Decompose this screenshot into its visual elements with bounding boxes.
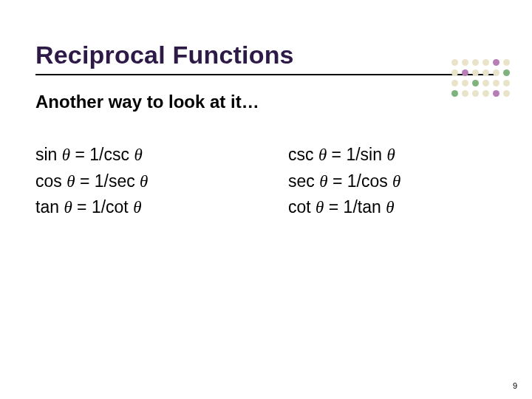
eq-text: tan bbox=[35, 197, 64, 216]
dot bbox=[462, 80, 468, 86]
dot bbox=[472, 69, 479, 76]
left-column: sin θ = 1/csc θ cos θ = 1/sec θ tan θ = … bbox=[35, 142, 244, 221]
right-column: csc θ = 1/sin θ sec θ = 1/cos θ cot θ = … bbox=[288, 142, 497, 221]
equation-sin: sin θ = 1/csc θ bbox=[35, 142, 244, 168]
dot bbox=[462, 90, 468, 97]
theta: θ bbox=[386, 146, 395, 164]
equations-columns: sin θ = 1/csc θ cos θ = 1/sec θ tan θ = … bbox=[35, 142, 497, 221]
dot bbox=[493, 90, 499, 97]
equation-csc: csc θ = 1/sin θ bbox=[288, 142, 497, 168]
dot bbox=[503, 69, 510, 76]
title-rule bbox=[35, 74, 497, 75]
dot bbox=[462, 59, 468, 66]
eq-text: csc bbox=[288, 145, 318, 164]
eq-text: = 1/cot bbox=[72, 197, 133, 216]
dot bbox=[503, 80, 510, 86]
dot bbox=[503, 59, 510, 66]
dot bbox=[451, 90, 458, 97]
slide: Reciprocal Functions Another way to look… bbox=[0, 0, 532, 399]
equation-sec: sec θ = 1/cos θ bbox=[288, 168, 497, 195]
theta: θ bbox=[133, 198, 141, 216]
dot bbox=[482, 69, 489, 76]
dot bbox=[503, 90, 510, 97]
eq-text: cot bbox=[288, 197, 316, 216]
eq-text: = 1/sec bbox=[75, 171, 140, 191]
page-number: 9 bbox=[513, 381, 517, 390]
dot bbox=[472, 90, 479, 97]
slide-title: Reciprocal Functions bbox=[35, 41, 497, 69]
theta: θ bbox=[319, 172, 327, 191]
decorative-dots bbox=[451, 59, 510, 100]
eq-text: = 1/tan bbox=[324, 197, 386, 216]
eq-text: cos bbox=[35, 171, 66, 191]
theta: θ bbox=[392, 172, 400, 191]
theta: θ bbox=[134, 146, 142, 164]
dot bbox=[472, 59, 479, 66]
dot bbox=[482, 80, 489, 86]
dot bbox=[451, 69, 458, 76]
slide-subtitle: Another way to look at it… bbox=[35, 92, 497, 112]
dot bbox=[493, 69, 499, 76]
eq-text: = 1/sin bbox=[327, 145, 386, 164]
dot bbox=[482, 59, 489, 66]
equation-cot: cot θ = 1/tan θ bbox=[288, 194, 497, 221]
dot bbox=[472, 80, 479, 86]
dot bbox=[482, 90, 489, 97]
eq-text: = 1/cos bbox=[328, 171, 393, 191]
equation-cos: cos θ = 1/sec θ bbox=[35, 168, 244, 195]
theta: θ bbox=[66, 172, 75, 191]
dot bbox=[493, 80, 499, 86]
equation-tan: tan θ = 1/cot θ bbox=[35, 194, 244, 221]
dot bbox=[451, 59, 458, 66]
dot bbox=[462, 69, 468, 76]
theta: θ bbox=[64, 198, 72, 216]
eq-text: sin bbox=[35, 145, 62, 164]
eq-text: sec bbox=[288, 171, 319, 191]
dot bbox=[451, 80, 458, 86]
theta: θ bbox=[316, 198, 324, 216]
dot bbox=[493, 59, 499, 66]
theta: θ bbox=[62, 146, 70, 164]
theta: θ bbox=[386, 198, 394, 216]
theta: θ bbox=[140, 172, 148, 191]
theta: θ bbox=[318, 146, 327, 164]
eq-text: = 1/csc bbox=[70, 145, 134, 164]
